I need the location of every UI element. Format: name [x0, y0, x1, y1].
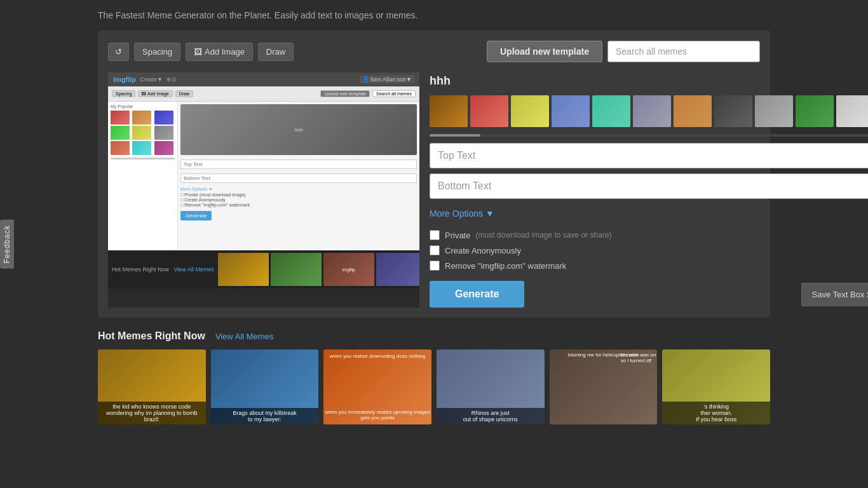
inner-thumb[interactable] — [154, 141, 173, 155]
inner-thumb[interactable] — [132, 111, 151, 125]
anonymous-row: Create Anonymously — [430, 245, 868, 255]
meme-thumbnails-row — [430, 95, 868, 128]
inner-generate-btn[interactable]: Generate — [180, 211, 212, 220]
meme-thumb-10[interactable] — [796, 95, 834, 127]
inner-thumb[interactable] — [154, 126, 173, 140]
private-checkbox[interactable] — [430, 230, 440, 240]
more-options-row: More Options ▼ Add Text — [430, 204, 868, 222]
watermark-row: Remove "imgflip.com" watermark — [430, 261, 868, 271]
hot-section: Hot Memes Right Now View All Memes the k… — [98, 330, 770, 424]
save-settings-button[interactable]: Save Text Box Settings — [801, 283, 868, 306]
inner-thumb[interactable] — [111, 141, 130, 155]
inner-bottom-text[interactable] — [180, 173, 417, 183]
inner-toolbar: Spacing 🖼 Add Image Draw Upload new temp… — [108, 86, 419, 102]
bottom-text-row: ⚙ — [430, 173, 868, 199]
search-input[interactable] — [607, 41, 760, 62]
hot-meme-card-2[interactable]: Brags about my killstreakto my lawyer: — [211, 349, 319, 424]
inner-watermark: □ Remove "imgflip.com" watermark — [180, 203, 417, 207]
meme-thumb-5[interactable] — [592, 95, 630, 127]
hot-meme-card-1[interactable]: the kid who knows morse codewondering wh… — [98, 349, 206, 424]
private-row: Private (must download image to save or … — [430, 230, 868, 240]
preview-hot-strip: Hot Memes Right Now View All Memes imgfl… — [108, 250, 419, 288]
inner-spacing[interactable]: Spacing — [112, 90, 135, 97]
strip-thumb[interactable] — [271, 253, 322, 286]
top-text-input[interactable] — [430, 143, 868, 168]
watermark-checkbox[interactable] — [430, 261, 440, 271]
preview-screenshot: imgflip Create▼ ⊕⊙ 👤 liam:Allan:son▼ Spa… — [108, 72, 419, 250]
meme-thumb-3[interactable] — [511, 95, 549, 127]
add-image-button[interactable]: 🖼 Add Image — [186, 43, 253, 61]
hot-meme-card-5[interactable]: blaming me for helicopter crash Me who w… — [550, 349, 658, 424]
meme-thumb-1[interactable] — [430, 95, 468, 127]
meme-thumb-6[interactable] — [633, 95, 671, 127]
scroll-indicator[interactable] — [430, 134, 868, 137]
top-text-row: ⚙ — [430, 143, 868, 168]
feedback-tab[interactable]: Feedback — [0, 220, 14, 269]
inner-top-text[interactable] — [180, 159, 417, 169]
page-header: The Fastest Meme Generator on the Planet… — [0, 0, 868, 30]
chevron-down-icon: ▼ — [485, 208, 494, 219]
inner-draw[interactable]: Draw — [175, 90, 193, 97]
inner-thumb[interactable] — [154, 111, 173, 125]
inner-anonymous: □ Create Anonymously — [180, 198, 417, 202]
view-all-memes-link[interactable]: View All Memes — [215, 332, 274, 341]
hot-meme-card-6[interactable]: 's thinkingther woman.If you hear boss — [662, 349, 770, 424]
strip-thumb[interactable]: imgflip — [323, 253, 374, 286]
upload-template-button[interactable]: Upload new template — [487, 41, 602, 62]
main-container: ↺ Spacing 🖼 Add Image Draw Upload new te… — [98, 30, 770, 318]
generate-button[interactable]: Generate — [430, 281, 524, 308]
hot-meme-card-4[interactable]: Rhinos are justout of shape unicorns — [437, 349, 545, 424]
inner-more-options: More Options ▼ — [180, 187, 417, 191]
meme-thumb-2[interactable] — [470, 95, 508, 127]
inner-meme-grid — [111, 111, 175, 155]
inner-content: My Popular — [108, 102, 419, 250]
image-icon: 🖼 — [194, 47, 202, 57]
hot-memes-grid: the kid who knows morse codewondering wh… — [98, 349, 770, 424]
anonymous-checkbox[interactable] — [430, 245, 440, 255]
spacing-button[interactable]: Spacing — [134, 43, 180, 61]
template-title: hhh — [430, 74, 451, 88]
meme-thumb-9[interactable] — [755, 95, 793, 127]
inner-thumb[interactable] — [111, 111, 130, 125]
inner-add-image[interactable]: 🖼 Add Image — [138, 90, 172, 97]
inner-nav-bar: imgflip Create▼ ⊕⊙ 👤 liam:Allan:son▼ — [108, 72, 419, 86]
inner-private: □ Private (must download image) — [180, 193, 417, 197]
inner-thumb[interactable] — [111, 126, 130, 140]
hot-section-header: Hot Memes Right Now View All Memes — [98, 330, 770, 342]
inner-main: hhh More Options ▼ — [178, 102, 419, 250]
private-label: Private — [445, 231, 470, 240]
hot-section-title: Hot Memes Right Now — [98, 330, 205, 342]
inner-sidebar: My Popular — [108, 102, 178, 250]
inner-search[interactable]: Search all memes — [372, 90, 416, 97]
watermark-label: Remove "imgflip.com" watermark — [445, 261, 566, 271]
meme-thumb-11[interactable] — [836, 95, 868, 127]
inner-thumb[interactable] — [132, 141, 151, 155]
bottom-buttons: Generate Save Text Box Settings Reset — [430, 281, 868, 308]
reset-icon-button[interactable]: ↺ — [108, 43, 129, 61]
toolbar-right: Upload new template — [487, 41, 760, 62]
inner-upload[interactable]: Upload new template — [320, 90, 370, 97]
meme-thumb-8[interactable] — [714, 95, 752, 127]
toolbar: ↺ Spacing 🖼 Add Image Draw Upload new te… — [108, 41, 760, 62]
inner-screenshot: imgflip Create▼ ⊕⊙ 👤 liam:Allan:son▼ Spa… — [108, 72, 419, 250]
hot-meme-card-3[interactable]: when you realize downvoting does nothing… — [323, 349, 431, 424]
private-note: (must download image to save or share) — [475, 231, 611, 240]
preview-panel: imgflip Create▼ ⊕⊙ 👤 liam:Allan:son▼ Spa… — [108, 72, 419, 308]
right-panel: hhh My Popular — [430, 72, 868, 308]
bottom-text-input[interactable] — [430, 173, 868, 199]
template-header: hhh My Popular — [430, 72, 868, 90]
draw-button[interactable]: Draw — [258, 43, 294, 61]
meme-thumb-4[interactable] — [552, 95, 590, 127]
strip-thumb[interactable] — [218, 253, 269, 286]
meme-thumb-7[interactable] — [674, 95, 712, 127]
inner-thumb[interactable] — [132, 126, 151, 140]
content-area: imgflip Create▼ ⊕⊙ 👤 liam:Allan:son▼ Spa… — [108, 72, 760, 308]
anonymous-label: Create Anonymously — [445, 246, 521, 255]
scroll-thumb — [430, 134, 480, 137]
more-options-button[interactable]: More Options ▼ — [430, 208, 494, 219]
strip-thumb[interactable] — [376, 253, 419, 286]
